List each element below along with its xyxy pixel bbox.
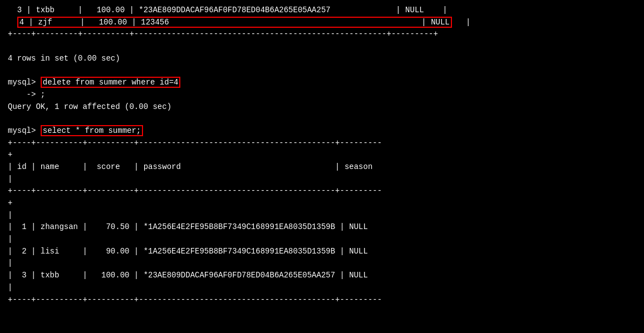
row2-end: |: [8, 257, 636, 270]
rows-in-set: 4 rows in set (0.00 sec): [8, 53, 636, 65]
table2-separator-bottom: +----+----------+----------+------------…: [8, 294, 636, 306]
table-row-4: 4 | zjf | 100.00 | 123456 | NULL |: [8, 17, 636, 29]
terminal-window: 3 | txbb | 100.00 | *23AE809DDACAF96AF0F…: [4, 2, 640, 333]
table2-row-1: | 1 | zhangsan | 70.50 | *1A256E4E2FE95B…: [8, 221, 636, 233]
empty-line-3: [8, 113, 636, 125]
query-ok-line: Query OK, 1 row affected (0.00 sec): [8, 101, 636, 113]
empty-line-2: [8, 64, 636, 77]
table2-header-cont: |: [8, 173, 636, 186]
row1-spacer: |: [8, 210, 636, 222]
table2-separator-mid-2: +: [8, 197, 636, 210]
table-separator-1: +----+---------+----------+-------------…: [8, 28, 636, 41]
table2-header: | id | name | score | password | season: [8, 161, 636, 173]
table2-row-3: | 3 | txbb | 100.00 | *23AE809DDACAF96AF…: [8, 270, 636, 282]
table2-separator-mid-1: +----+----------+----------+------------…: [8, 185, 636, 197]
highlight-row4: 4 | zjf | 100.00 | 123456 | NULL: [17, 17, 452, 28]
delete-command-line: mysql> delete from summer where id=4: [8, 77, 636, 89]
select-command-line: mysql> select * from summer;: [8, 125, 636, 137]
table2-row-2: | 2 | lisi | 90.00 | *1A256E4E2FE95B8BF7…: [8, 246, 636, 258]
table2-separator-top-1: +----+----------+----------+------------…: [8, 137, 636, 150]
table2-separator-top-2: +: [8, 149, 636, 161]
table-row-partial: 3 | txbb | 100.00 | *23AE809DDACAF96AF0F…: [8, 4, 636, 17]
row3-end: |: [8, 282, 636, 294]
continuation-line: -> ;: [8, 89, 636, 101]
row1-end: |: [8, 233, 636, 246]
highlight-delete-cmd[interactable]: delete from summer where id=4: [41, 77, 181, 88]
highlight-select-cmd[interactable]: select * from summer;: [41, 125, 143, 136]
empty-line-1: [8, 41, 636, 53]
